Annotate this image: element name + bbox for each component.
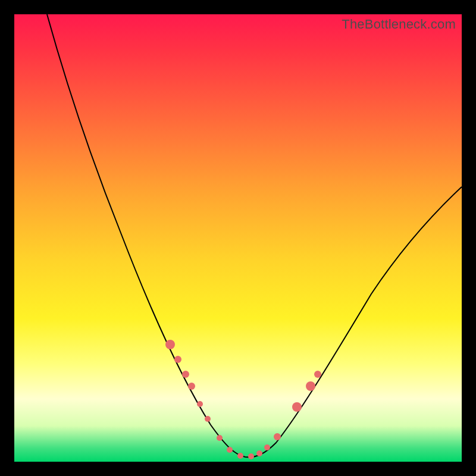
chart-area: TheBottleneck.com <box>14 14 462 462</box>
marker-dot <box>256 450 262 456</box>
marker-dot <box>292 402 302 412</box>
marker-dot <box>237 453 243 459</box>
curve-path <box>47 14 462 457</box>
marker-dot <box>306 381 315 391</box>
marker-dot <box>217 435 223 441</box>
marker-dot <box>205 416 211 422</box>
bottleneck-curve <box>14 14 462 462</box>
marker-dot <box>314 371 321 378</box>
marker-dot <box>165 340 175 349</box>
marker-dot <box>182 371 189 378</box>
curve-markers <box>165 340 321 459</box>
marker-dot <box>174 356 181 363</box>
marker-dot <box>188 383 195 390</box>
marker-dot <box>248 453 254 459</box>
marker-dot <box>227 447 233 453</box>
marker-dot <box>274 433 281 440</box>
marker-dot <box>264 444 270 450</box>
marker-dot <box>197 401 203 407</box>
